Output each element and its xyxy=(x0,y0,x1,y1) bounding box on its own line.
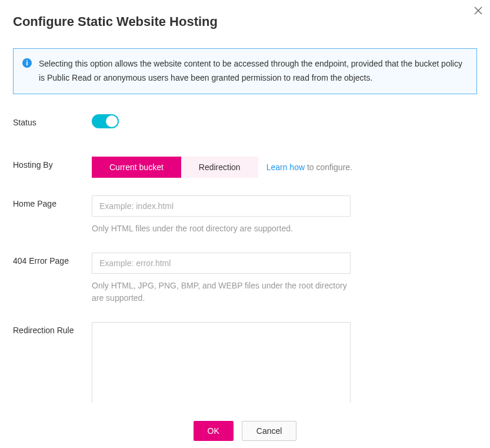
cancel-button[interactable]: Cancel xyxy=(242,421,297,441)
tab-current-bucket[interactable]: Current bucket xyxy=(92,157,181,178)
close-icon[interactable] xyxy=(472,5,484,16)
ok-button[interactable]: OK xyxy=(194,421,234,441)
dialog-footer: OK Cancel xyxy=(0,421,490,441)
hosting-tabs: Current bucket Redirection xyxy=(92,157,258,178)
redirection-rule-label: Redirection Rule xyxy=(13,322,92,335)
info-icon: i xyxy=(22,58,32,68)
status-label: Status xyxy=(13,114,92,127)
error-page-label: 404 Error Page xyxy=(13,253,92,266)
home-page-input[interactable] xyxy=(92,195,351,217)
error-page-hint: Only HTML, JPG, PNG, BMP, and WEBP files… xyxy=(92,280,351,304)
hosting-by-label: Hosting By xyxy=(13,157,92,170)
learn-how-link[interactable]: Learn how xyxy=(266,162,305,172)
status-toggle[interactable] xyxy=(92,114,119,128)
learn-how-text: Learn how to configure. xyxy=(266,162,352,172)
info-banner: i Selecting this option allows the websi… xyxy=(13,48,477,94)
redirection-rule-textarea[interactable] xyxy=(92,322,351,403)
home-page-hint: Only HTML files under the root directory… xyxy=(92,223,351,235)
tab-redirection[interactable]: Redirection xyxy=(181,157,258,178)
home-page-label: Home Page xyxy=(13,195,92,208)
error-page-input[interactable] xyxy=(92,253,351,274)
page-title: Configure Static Website Hosting xyxy=(13,14,477,29)
info-text: Selecting this option allows the website… xyxy=(39,57,468,85)
